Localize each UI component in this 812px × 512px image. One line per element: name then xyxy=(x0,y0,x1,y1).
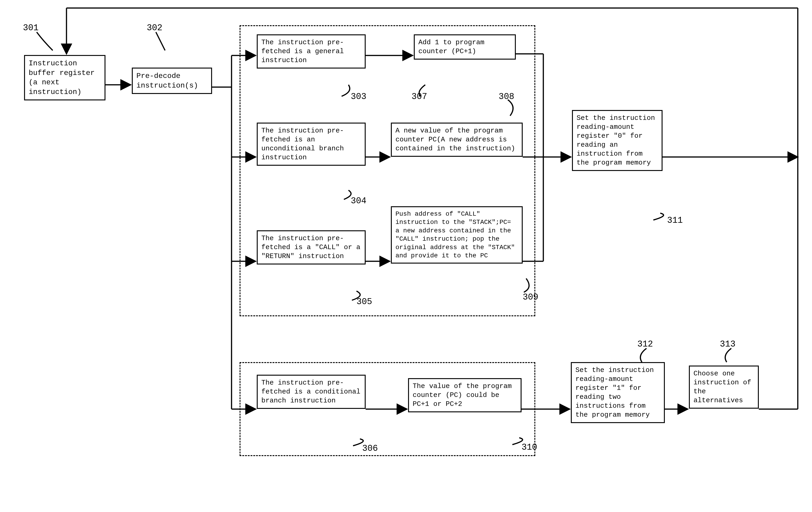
label-307: 307 xyxy=(411,92,427,101)
box-305: The instruction pre-fetched is a "CALL" … xyxy=(257,230,366,265)
label-304: 304 xyxy=(351,196,366,206)
box-307-text: Add 1 to program counter (PC+1) xyxy=(418,38,511,56)
label-312: 312 xyxy=(637,339,653,349)
box-307: Add 1 to program counter (PC+1) xyxy=(414,34,516,60)
label-308: 308 xyxy=(499,92,514,101)
label-305: 305 xyxy=(356,297,372,307)
label-302: 302 xyxy=(147,23,162,33)
box-304: The instruction pre-fetched is an uncond… xyxy=(257,123,366,166)
dashed-group-top xyxy=(239,25,535,316)
box-303: The instruction pre-fetched is a general… xyxy=(257,34,366,68)
box-306: The instruction pre-fetched is a conditi… xyxy=(257,375,366,409)
box-311: Set the instruction reading-amount regis… xyxy=(572,110,663,171)
box-309-text: Push address of "CALL" instruction to th… xyxy=(396,210,518,260)
box-308-text: A new value of the program counter PC(A … xyxy=(396,126,518,153)
label-306: 306 xyxy=(362,444,378,453)
label-301: 301 xyxy=(23,23,38,33)
box-312-text: Set the instruction reading-amount regis… xyxy=(575,366,660,419)
box-302: Pre-decode instruction(s) xyxy=(132,68,212,94)
box-310: The value of the program counter (PC) co… xyxy=(408,378,522,412)
box-313: Choose one instruction of the alternativ… xyxy=(689,366,759,409)
flowchart-canvas: Instruction buffer register (a next inst… xyxy=(0,0,812,512)
box-305-text: The instruction pre-fetched is a "CALL" … xyxy=(261,234,361,261)
label-303: 303 xyxy=(351,92,366,101)
label-313: 313 xyxy=(720,339,735,349)
box-301-text: Instruction buffer register (a next inst… xyxy=(29,59,101,97)
box-309: Push address of "CALL" instruction to th… xyxy=(391,206,523,264)
box-310-text: The value of the program counter (PC) co… xyxy=(413,382,517,409)
box-303-text: The instruction pre-fetched is a general… xyxy=(261,38,361,65)
box-304-text: The instruction pre-fetched is an uncond… xyxy=(261,126,361,162)
box-302-text: Pre-decode instruction(s) xyxy=(137,71,207,90)
label-311: 311 xyxy=(667,215,683,225)
box-311-text: Set the instruction reading-amount regis… xyxy=(577,114,658,167)
box-313-text: Choose one instruction of the alternativ… xyxy=(694,369,754,405)
label-310: 310 xyxy=(522,442,537,452)
box-301: Instruction buffer register (a next inst… xyxy=(24,55,106,100)
label-309: 309 xyxy=(523,292,538,302)
box-306-text: The instruction pre-fetched is a conditi… xyxy=(261,379,361,405)
box-312: Set the instruction reading-amount regis… xyxy=(571,362,665,423)
box-308: A new value of the program counter PC(A … xyxy=(391,123,523,157)
